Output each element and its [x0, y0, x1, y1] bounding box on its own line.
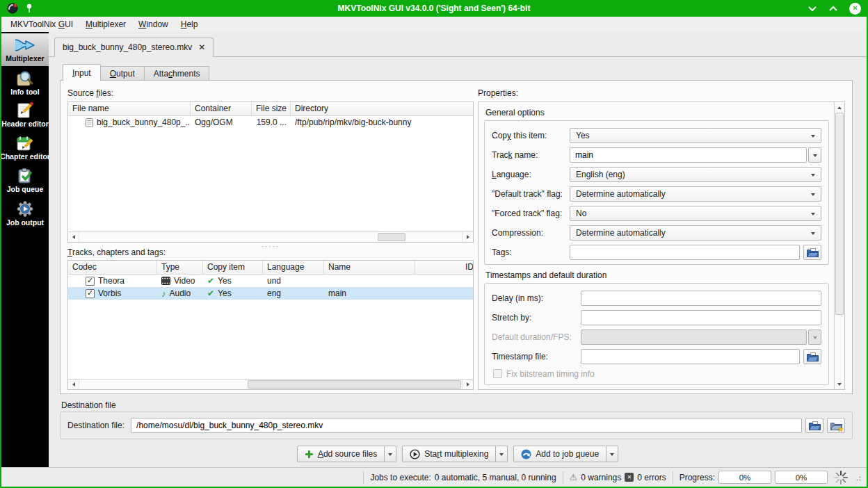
destination-favorites-button[interactable]: ★: [827, 418, 845, 433]
default-duration-label: Default duration/FPS:: [492, 332, 581, 342]
tags-input[interactable]: [570, 245, 800, 260]
sidebar-item-job-queue[interactable]: Job queue: [1, 164, 49, 197]
scrollbar-thumb[interactable]: [378, 233, 405, 241]
close-icon: ✕: [852, 5, 858, 12]
default-track-flag-label: "Default track" flag:: [492, 189, 570, 199]
tracks-label: Tracks, chapters and tags:: [67, 247, 166, 257]
close-button[interactable]: ✕: [849, 3, 861, 15]
track-name-dropdown-button[interactable]: [808, 147, 821, 163]
tab-input[interactable]: Input: [63, 64, 101, 81]
menu-window[interactable]: Window: [132, 17, 175, 31]
main-area: big_buck_bunny_480p_stereo.mkv ✕ Input O…: [49, 32, 867, 467]
progress-bar-current: 0%: [718, 471, 771, 484]
language-select[interactable]: English (eng): [570, 167, 821, 182]
plus-icon: [305, 450, 314, 459]
compression-select[interactable]: Determine automatically: [570, 225, 821, 241]
scroll-up-icon[interactable]: [835, 102, 844, 113]
sidebar-item-info-tool[interactable]: Info tool: [1, 66, 49, 99]
add-source-files-dropdown[interactable]: [385, 446, 396, 462]
source-files-hscrollbar[interactable]: [68, 231, 473, 242]
sidebar-item-chapter-editor[interactable]: Chapter editor: [1, 131, 49, 164]
scroll-left-icon[interactable]: [68, 380, 79, 389]
folder-icon: [809, 421, 821, 430]
properties-vscrollbar[interactable]: [834, 102, 844, 389]
info-tool-icon: [16, 70, 34, 87]
tracks-header[interactable]: Codec Type Copy item Language Name ID: [68, 261, 473, 275]
timestamp-file-input[interactable]: [581, 349, 800, 364]
input-pane: Source files: File name Container File s…: [60, 80, 853, 394]
check-icon: ✔: [207, 288, 214, 298]
resize-grip[interactable]: [854, 474, 861, 481]
timestamp-file-browse-button[interactable]: [803, 349, 821, 364]
menu-help[interactable]: Help: [175, 17, 204, 31]
header-editor-icon: [16, 102, 34, 119]
tab-output[interactable]: Output: [101, 66, 145, 81]
delay-input[interactable]: [581, 291, 821, 306]
table-row[interactable]: big_buck_bunny_480p_... Ogg/OGM 159.0 ..…: [68, 116, 473, 129]
sidebar-item-header-editor[interactable]: Header editor: [1, 99, 49, 131]
source-files-table[interactable]: File name Container File size Directory …: [67, 101, 474, 243]
scrollbar-thumb[interactable]: [835, 113, 844, 315]
tab-attachments[interactable]: Attachments: [145, 66, 210, 81]
track-row-vorbis[interactable]: ✓ Vorbis ♪Audio ✔Yes eng main: [68, 287, 473, 300]
job-output-icon: [16, 200, 34, 218]
tool-sidebar: Multiplexer Info tool Header editor Chap…: [1, 32, 49, 467]
menubar: MKVToolNix GUI Multiplexer Window Help: [1, 17, 867, 32]
default-track-flag-select[interactable]: Determine automatically: [570, 186, 821, 202]
fix-bitstream-label: Fix bitstream timing info: [506, 369, 595, 379]
tags-browse-button[interactable]: [803, 245, 821, 260]
play-circle-icon: [410, 449, 420, 459]
menu-mkvtoolnix-gui[interactable]: MKVToolNix GUI: [4, 17, 79, 31]
track-row-theora[interactable]: ✓ Theora Video ✔Yes und: [68, 275, 473, 287]
errors-count: 0 errors: [637, 473, 666, 482]
app-icon: [7, 3, 18, 14]
minimize-icon[interactable]: [807, 6, 817, 12]
add-to-job-queue-dropdown[interactable]: [606, 446, 618, 462]
scroll-down-icon[interactable]: [835, 379, 844, 389]
destination-file-input[interactable]: [131, 418, 802, 433]
statusbar-separator: [563, 471, 563, 484]
statusbar-separator: [673, 471, 673, 484]
add-source-files-button[interactable]: Add source files: [297, 446, 385, 462]
copy-this-item-select[interactable]: Yes: [570, 128, 821, 143]
tracks-table[interactable]: Codec Type Copy item Language Name ID ✓ …: [67, 260, 474, 390]
multiplexer-icon: [15, 37, 35, 54]
scrollbar-thumb[interactable]: [248, 380, 461, 389]
track-name-input[interactable]: [570, 147, 807, 163]
sidebar-item-multiplexer[interactable]: Multiplexer: [1, 33, 49, 66]
timestamp-file-label: Timestamp file:: [492, 352, 581, 361]
statusbar-separator: [363, 471, 364, 484]
scroll-left-icon[interactable]: [68, 232, 79, 242]
tracks-hscrollbar[interactable]: [68, 379, 473, 389]
forced-track-flag-select[interactable]: No: [570, 206, 821, 221]
maximize-icon[interactable]: [828, 6, 838, 12]
sidebar-item-job-output[interactable]: Job output: [1, 197, 49, 229]
track-enabled-checkbox[interactable]: ✓: [86, 277, 95, 286]
destination-browse-button[interactable]: [805, 418, 823, 433]
pin-icon[interactable]: [25, 3, 33, 13]
audio-icon: ♪: [161, 288, 166, 299]
add-to-job-queue-button[interactable]: Add to job queue: [513, 446, 606, 462]
compression-label: Compression:: [492, 228, 570, 238]
chapter-editor-icon: [16, 135, 34, 152]
source-files-header[interactable]: File name Container File size Directory: [68, 102, 473, 116]
track-name-label: Track name:: [492, 150, 570, 160]
track-enabled-checkbox[interactable]: ✓: [86, 289, 95, 298]
start-multiplexing-button[interactable]: Start multiplexing: [402, 446, 496, 462]
progress-bar-total: 0%: [775, 471, 828, 484]
tab-big-buck-bunny[interactable]: big_buck_bunny_480p_stereo.mkv ✕: [54, 38, 214, 57]
language-label: Language:: [492, 170, 570, 179]
menu-multiplexer[interactable]: Multiplexer: [79, 17, 132, 31]
file-tab-bar: big_buck_bunny_480p_stereo.mkv ✕: [49, 38, 867, 57]
stretch-by-input[interactable]: [581, 310, 821, 325]
tab-close-icon[interactable]: ✕: [198, 42, 205, 52]
multiplexer-tab-bar: Input Output Attachments: [63, 64, 209, 81]
start-multiplexing-dropdown[interactable]: [496, 446, 508, 462]
check-icon: ✔: [207, 276, 214, 286]
statusbar: Jobs to execute: 0 automatic, 5 manual, …: [1, 467, 867, 487]
action-buttons: Add source files Start multiplexing: [49, 446, 867, 462]
scroll-right-icon[interactable]: [463, 232, 473, 242]
queue-arrow-icon: [521, 449, 531, 459]
scroll-right-icon[interactable]: [463, 380, 473, 389]
window-title: MKVToolNix GUI v34.0.0 ('Sight and Seen'…: [139, 3, 729, 13]
